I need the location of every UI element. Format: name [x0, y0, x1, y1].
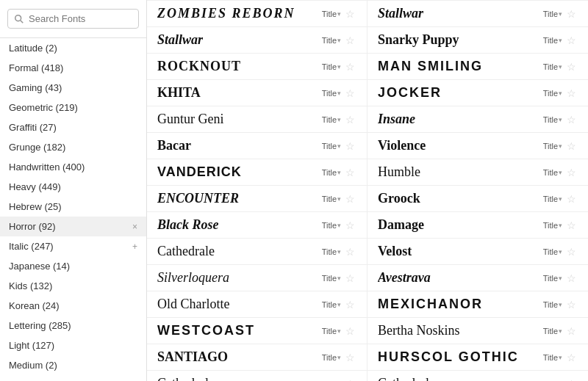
category-action-btn[interactable]: +: [132, 242, 137, 252]
font-tag[interactable]: Title ▾: [543, 221, 562, 230]
font-tag[interactable]: Title ▾: [322, 36, 341, 45]
font-tag[interactable]: Title ▾: [543, 353, 562, 362]
favorite-star-button[interactable]: ☆: [565, 194, 578, 204]
font-grid: ZOMBIES REBORNTitle ▾☆StallwarTitle ▾☆St…: [147, 0, 588, 381]
font-name: MAN SMILING: [378, 59, 537, 74]
search-input[interactable]: [29, 13, 132, 24]
font-tag[interactable]: Title ▾: [543, 195, 562, 203]
favorite-star-button[interactable]: ☆: [565, 300, 578, 310]
favorite-star-button[interactable]: ☆: [344, 194, 356, 204]
font-tag[interactable]: Title ▾: [543, 274, 562, 283]
chevron-down-icon: ▾: [337, 142, 341, 150]
search-box[interactable]: [7, 9, 139, 29]
sidebar-category-item[interactable]: Horror (92)×: [0, 217, 146, 236]
sidebar-category-item[interactable]: Gaming (43): [0, 78, 146, 98]
font-tag[interactable]: Title ▾: [322, 247, 341, 256]
favorite-star-button[interactable]: ☆: [565, 326, 578, 336]
svg-point-0: [15, 15, 21, 21]
favorite-star-button[interactable]: ☆: [344, 141, 356, 151]
favorite-star-button[interactable]: ☆: [565, 167, 578, 178]
sidebar-category-item[interactable]: Italic (247)+: [0, 236, 146, 256]
sidebar-category-item[interactable]: Medium (2): [0, 355, 146, 375]
favorite-star-button[interactable]: ☆: [344, 300, 356, 310]
font-controls: Title ▾☆: [543, 194, 578, 204]
sidebar-category-item[interactable]: Formal (418): [0, 58, 146, 78]
font-controls: Title ▾☆: [322, 273, 356, 283]
font-tag[interactable]: Title ▾: [543, 62, 562, 71]
font-tag[interactable]: Title ▾: [543, 89, 562, 98]
font-tag[interactable]: Title ▾: [543, 300, 562, 309]
category-label: Geometric (219): [9, 102, 78, 113]
favorite-star-button[interactable]: ☆: [344, 326, 356, 336]
font-controls: Title ▾☆: [322, 326, 356, 336]
font-tag[interactable]: Title ▾: [322, 10, 341, 18]
sidebar-category-item[interactable]: Grunge (182): [0, 137, 146, 157]
sidebar-category-item[interactable]: Korean (24): [0, 296, 146, 316]
favorite-star-button[interactable]: ☆: [344, 62, 356, 72]
sidebar-category-item[interactable]: Latitude (2): [0, 38, 146, 58]
font-controls: Title ▾☆: [322, 220, 356, 231]
font-tag[interactable]: Title ▾: [543, 168, 562, 177]
chevron-down-icon: ▾: [337, 116, 341, 123]
favorite-star-button[interactable]: ☆: [344, 352, 356, 363]
sidebar-category-item[interactable]: Heavy (449): [0, 177, 146, 197]
favorite-star-button[interactable]: ☆: [565, 62, 578, 72]
font-tag[interactable]: Title ▾: [322, 62, 341, 71]
sidebar-category-item[interactable]: Lettering (285): [0, 316, 146, 335]
sidebar-category-item[interactable]: Japanese (14): [0, 256, 146, 276]
favorite-star-button[interactable]: ☆: [344, 88, 356, 98]
font-tag[interactable]: Title ▾: [322, 300, 341, 309]
favorite-star-button[interactable]: ☆: [565, 220, 578, 231]
font-tag[interactable]: Title ▾: [322, 327, 341, 335]
font-tag[interactable]: Title ▾: [543, 327, 562, 335]
sidebar-category-item[interactable]: Kids (132): [0, 276, 146, 296]
favorite-star-button[interactable]: ☆: [565, 141, 578, 151]
favorite-star-button[interactable]: ☆: [344, 167, 356, 178]
font-tag[interactable]: Title ▾: [543, 247, 562, 256]
chevron-down-icon: ▾: [337, 301, 341, 308]
font-tag[interactable]: Title ▾: [322, 274, 341, 283]
favorite-star-button[interactable]: ☆: [565, 352, 578, 363]
favorite-star-button[interactable]: ☆: [565, 9, 578, 19]
font-row: StallwarTitle ▾☆: [368, 1, 588, 27]
font-name: Cathedrale: [157, 376, 316, 381]
favorite-star-button[interactable]: ☆: [344, 247, 356, 257]
font-controls: Title ▾☆: [543, 326, 578, 336]
font-tag[interactable]: Title ▾: [322, 115, 341, 124]
favorite-star-button[interactable]: ☆: [344, 220, 356, 231]
favorite-star-button[interactable]: ☆: [344, 273, 356, 283]
chevron-down-icon: ▾: [337, 354, 341, 361]
favorite-star-button[interactable]: ☆: [344, 9, 356, 19]
font-tag[interactable]: Title ▾: [543, 142, 562, 150]
sidebar-category-item[interactable]: Hebrew (25): [0, 197, 146, 217]
font-row: HumbleTitle ▾☆: [368, 159, 588, 186]
category-label: Hebrew (25): [9, 201, 62, 212]
font-tag[interactable]: Title ▾: [322, 89, 341, 98]
favorite-star-button[interactable]: ☆: [344, 115, 356, 125]
favorite-star-button[interactable]: ☆: [565, 379, 578, 382]
font-tag[interactable]: Title ▾: [322, 353, 341, 362]
font-tag[interactable]: Title ▾: [543, 10, 562, 18]
font-row: ROCKNOUTTitle ▾☆: [147, 54, 368, 80]
favorite-star-button[interactable]: ☆: [565, 88, 578, 98]
font-tag[interactable]: Title ▾: [543, 36, 562, 45]
favorite-star-button[interactable]: ☆: [344, 379, 356, 382]
favorite-star-button[interactable]: ☆: [565, 115, 578, 125]
sidebar-category-item[interactable]: Light (127): [0, 335, 146, 355]
font-tag[interactable]: Title ▾: [322, 195, 341, 203]
favorite-star-button[interactable]: ☆: [565, 247, 578, 257]
sidebar-category-item[interactable]: Handwritten (400): [0, 157, 146, 177]
favorite-star-button[interactable]: ☆: [565, 273, 578, 283]
favorite-star-button[interactable]: ☆: [344, 35, 356, 46]
font-name: Cathedrale: [157, 244, 316, 259]
font-tag[interactable]: Title ▾: [322, 221, 341, 230]
font-tag[interactable]: Title ▾: [322, 142, 341, 150]
font-name: Silverloquera: [157, 270, 316, 286]
sidebar-category-item[interactable]: Graffiti (27): [0, 117, 146, 137]
font-row: MAN SMILINGTitle ▾☆: [368, 54, 588, 80]
font-tag[interactable]: Title ▾: [322, 168, 341, 177]
category-action-btn[interactable]: ×: [132, 222, 137, 232]
sidebar-category-item[interactable]: Geometric (219): [0, 98, 146, 117]
font-tag[interactable]: Title ▾: [543, 115, 562, 124]
favorite-star-button[interactable]: ☆: [565, 35, 578, 46]
